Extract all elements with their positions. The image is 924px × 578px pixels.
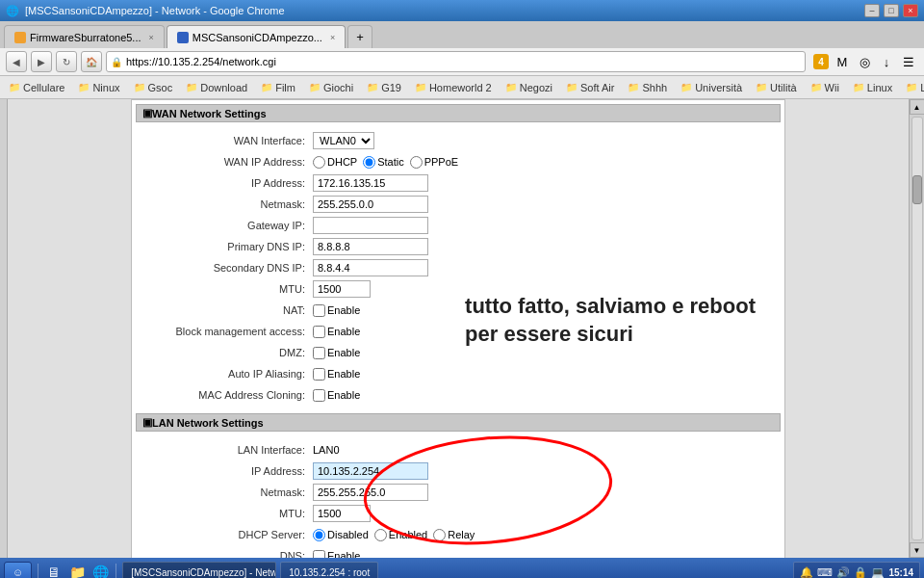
taskbar-icon-folder[interactable]: 📁 <box>67 563 87 578</box>
tray-icon-bell[interactable]: 🔔 <box>800 566 813 579</box>
lan-netmask-input[interactable] <box>313 484 428 501</box>
lan-netmask-value <box>313 484 428 501</box>
wan-interface-select[interactable]: WLAN0 <box>313 132 374 149</box>
bm-giochi[interactable]: 📁Giochi <box>304 81 358 94</box>
tab-0[interactable]: FirmwareSburratone5... × <box>4 25 165 48</box>
nat-enable-label[interactable]: Enable <box>313 304 360 317</box>
address-bar[interactable] <box>126 56 801 67</box>
mtu-input[interactable] <box>313 280 371 298</box>
bm-ninux[interactable]: 📁Ninux <box>73 81 124 94</box>
bm-linux[interactable]: 📁Linux <box>848 81 897 94</box>
taskbar-icon-ie[interactable]: 🖥 <box>44 563 64 578</box>
gateway-input[interactable] <box>313 217 428 234</box>
start-button[interactable]: ☺ <box>4 562 32 578</box>
menu-icon[interactable]: ☰ <box>899 52 918 71</box>
lan-mtu-input[interactable] <box>313 505 371 522</box>
wan-static-radio[interactable] <box>363 156 375 169</box>
dhcp-relay-label[interactable]: Relay <box>433 529 475 541</box>
tab-close-1[interactable]: × <box>330 33 335 42</box>
download-icon[interactable]: ↓ <box>877 52 896 71</box>
bm-homeworld[interactable]: 📁Homeworld 2 <box>410 81 497 94</box>
auto-ip-enable-label[interactable]: Enable <box>313 368 360 381</box>
title-bar-left: 🌐 [MSCSansoniCDAmpezzo] - Network - Goog… <box>6 5 285 17</box>
taskbar-item-1[interactable]: 10.135.2.254 : root <box>280 562 378 578</box>
bm-film[interactable]: 📁Film <box>256 81 300 94</box>
wan-section-header[interactable]: ▣ WAN Network Settings <box>136 104 781 122</box>
bm-g19[interactable]: 📁G19 <box>362 81 406 94</box>
taskbar-sep-2 <box>116 564 116 578</box>
dmz-enable-checkbox[interactable] <box>313 347 325 359</box>
new-tab-button[interactable]: + <box>347 25 372 48</box>
update-badge[interactable]: 4 <box>813 54 829 69</box>
bm-softair[interactable]: 📁Soft Air <box>561 81 619 94</box>
scroll-down-button[interactable]: ▼ <box>910 542 925 558</box>
bm-wii[interactable]: 📁Wii <box>806 81 844 94</box>
lan-ip-input[interactable] <box>313 462 428 480</box>
bm-universita[interactable]: 📁Università <box>676 81 747 94</box>
ip-address-input[interactable] <box>313 174 428 192</box>
netmask-input[interactable] <box>313 196 428 213</box>
lan-section-header[interactable]: ▣ LAN Network Settings <box>136 413 781 432</box>
bm-icon-utilita: 📁 <box>756 82 767 92</box>
dhcp-enabled-radio[interactable] <box>374 529 387 541</box>
bm-lavoro[interactable]: 📁Lavoro <box>901 81 924 94</box>
bm-download[interactable]: 📁Download <box>181 81 252 94</box>
refresh-button[interactable]: ↻ <box>56 51 77 72</box>
dhcp-disabled-label[interactable]: Disabled <box>313 529 369 541</box>
forward-button[interactable]: ▶ <box>31 51 52 72</box>
wan-pppoe-radio-label[interactable]: PPPoE <box>410 156 458 169</box>
bm-cellulare[interactable]: 📁Cellulare <box>4 81 69 94</box>
bm-negozi[interactable]: 📁Negozi <box>500 81 557 94</box>
gmail-icon[interactable]: M <box>833 52 852 71</box>
tray-icon-keyboard[interactable]: ⌨ <box>817 566 833 579</box>
scroll-thumb[interactable] <box>912 175 922 204</box>
scroll-up-button[interactable]: ▲ <box>910 99 925 115</box>
secondary-dns-input[interactable] <box>313 259 428 276</box>
wan-static-radio-label[interactable]: Static <box>363 156 404 169</box>
tab-label-0: FirmwareSburratone5... <box>30 32 141 43</box>
taskbar-item-0[interactable]: [MSCSansoniCDAmpezzo] - Network <box>122 562 276 578</box>
title-bar: 🌐 [MSCSansoniCDAmpezzo] - Network - Goog… <box>0 0 924 21</box>
secondary-dns-row: Secondary DNS IP: <box>132 257 784 278</box>
bm-shhh[interactable]: 📁Shhh <box>623 81 672 94</box>
mac-cloning-enable-label[interactable]: Enable <box>313 389 360 402</box>
dhcp-server-value: Disabled Enabled Relay <box>313 529 475 541</box>
scroll-track[interactable] <box>911 117 923 540</box>
primary-dns-row: Primary DNS IP: <box>132 236 784 257</box>
dhcp-relay-radio[interactable] <box>433 529 446 541</box>
tray-icon-lock[interactable]: 🔒 <box>854 566 867 579</box>
chrome-icon[interactable]: ◎ <box>855 52 874 71</box>
bm-icon-shhh: 📁 <box>628 82 639 92</box>
wan-collapse-icon: ▣ <box>142 107 152 119</box>
taskbar-icon-browser[interactable]: 🌐 <box>90 563 110 578</box>
wan-dhcp-radio-label[interactable]: DHCP <box>313 156 357 169</box>
lan-netmask-row: Netmask: <box>132 482 784 503</box>
wan-dhcp-label: DHCP <box>327 156 357 168</box>
dhcp-disabled-radio[interactable] <box>313 529 325 541</box>
maximize-button[interactable]: □ <box>884 4 899 17</box>
lan-mtu-value <box>313 505 371 522</box>
tray-icon-network[interactable]: 💻 <box>871 566 885 579</box>
wan-dhcp-radio[interactable] <box>313 156 325 169</box>
bm-gsoc[interactable]: 📁Gsoc <box>129 81 178 94</box>
dhcp-enabled-label[interactable]: Enabled <box>374 529 427 541</box>
wan-pppoe-radio[interactable] <box>410 156 423 169</box>
minimize-button[interactable]: – <box>864 4 880 17</box>
dns-enable-checkbox[interactable] <box>313 550 325 559</box>
tab-1[interactable]: MSCSansoniCDAmpezzo... × <box>167 25 346 48</box>
mac-cloning-enable-checkbox[interactable] <box>313 389 325 402</box>
primary-dns-input[interactable] <box>313 238 428 255</box>
dmz-enable-label[interactable]: Enable <box>313 347 360 359</box>
tab-close-0[interactable]: × <box>149 33 154 42</box>
home-button[interactable]: 🏠 <box>81 51 102 72</box>
auto-ip-enable-checkbox[interactable] <box>313 368 325 381</box>
close-button[interactable]: × <box>903 4 918 17</box>
back-button[interactable]: ◀ <box>6 51 27 72</box>
block-mgmt-enable-checkbox[interactable] <box>313 326 325 338</box>
nat-enable-checkbox[interactable] <box>313 304 325 317</box>
block-mgmt-enable-label[interactable]: Enable <box>313 326 360 338</box>
nat-label: NAT: <box>140 304 313 316</box>
bm-utilita[interactable]: 📁Utilità <box>751 81 802 94</box>
dns-enable-label[interactable]: Enable <box>313 550 360 559</box>
tray-icon-sound[interactable]: 🔊 <box>836 566 850 579</box>
